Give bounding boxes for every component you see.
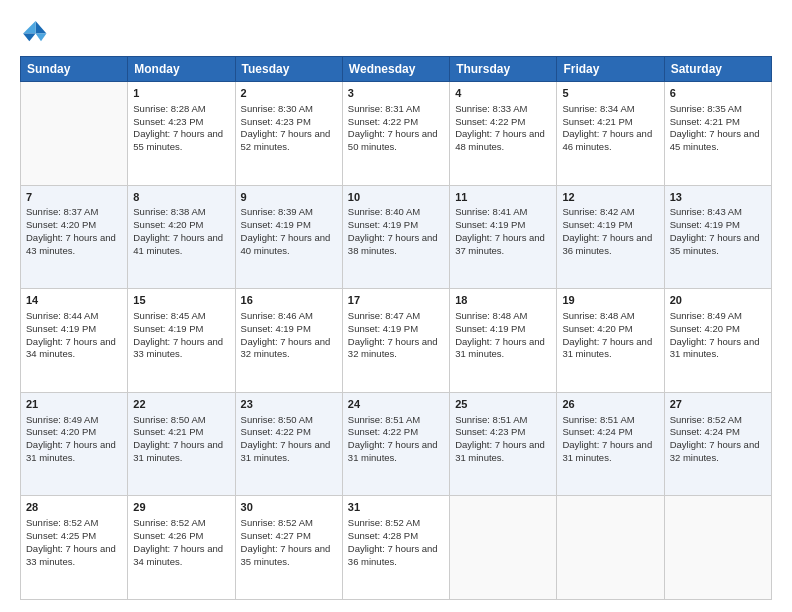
calendar-cell: 24Sunrise: 8:51 AMSunset: 4:22 PMDayligh…: [342, 392, 449, 496]
day-info: Sunrise: 8:42 AMSunset: 4:19 PMDaylight:…: [562, 206, 652, 255]
calendar-cell: 31Sunrise: 8:52 AMSunset: 4:28 PMDayligh…: [342, 496, 449, 600]
calendar-cell: 21Sunrise: 8:49 AMSunset: 4:20 PMDayligh…: [21, 392, 128, 496]
day-info: Sunrise: 8:48 AMSunset: 4:20 PMDaylight:…: [562, 310, 652, 359]
day-info: Sunrise: 8:31 AMSunset: 4:22 PMDaylight:…: [348, 103, 438, 152]
day-info: Sunrise: 8:51 AMSunset: 4:24 PMDaylight:…: [562, 414, 652, 463]
day-number: 10: [348, 190, 444, 205]
day-info: Sunrise: 8:30 AMSunset: 4:23 PMDaylight:…: [241, 103, 331, 152]
day-info: Sunrise: 8:44 AMSunset: 4:19 PMDaylight:…: [26, 310, 116, 359]
day-number: 2: [241, 86, 337, 101]
day-info: Sunrise: 8:50 AMSunset: 4:22 PMDaylight:…: [241, 414, 331, 463]
day-info: Sunrise: 8:34 AMSunset: 4:21 PMDaylight:…: [562, 103, 652, 152]
day-number: 8: [133, 190, 229, 205]
calendar-cell: 19Sunrise: 8:48 AMSunset: 4:20 PMDayligh…: [557, 289, 664, 393]
day-number: 17: [348, 293, 444, 308]
day-number: 29: [133, 500, 229, 515]
day-number: 31: [348, 500, 444, 515]
day-info: Sunrise: 8:46 AMSunset: 4:19 PMDaylight:…: [241, 310, 331, 359]
calendar-cell: 10Sunrise: 8:40 AMSunset: 4:19 PMDayligh…: [342, 185, 449, 289]
calendar-cell: [557, 496, 664, 600]
day-info: Sunrise: 8:52 AMSunset: 4:24 PMDaylight:…: [670, 414, 760, 463]
day-number: 27: [670, 397, 766, 412]
calendar-cell: 12Sunrise: 8:42 AMSunset: 4:19 PMDayligh…: [557, 185, 664, 289]
calendar-cell: 18Sunrise: 8:48 AMSunset: 4:19 PMDayligh…: [450, 289, 557, 393]
day-info: Sunrise: 8:38 AMSunset: 4:20 PMDaylight:…: [133, 206, 223, 255]
day-info: Sunrise: 8:48 AMSunset: 4:19 PMDaylight:…: [455, 310, 545, 359]
weekday-header: Wednesday: [342, 57, 449, 82]
svg-marker-0: [36, 21, 47, 33]
day-number: 15: [133, 293, 229, 308]
calendar-cell: 3Sunrise: 8:31 AMSunset: 4:22 PMDaylight…: [342, 82, 449, 186]
day-number: 26: [562, 397, 658, 412]
logo-icon: [20, 18, 48, 46]
logo: [20, 18, 52, 46]
calendar-cell: 1Sunrise: 8:28 AMSunset: 4:23 PMDaylight…: [128, 82, 235, 186]
day-number: 28: [26, 500, 122, 515]
day-info: Sunrise: 8:33 AMSunset: 4:22 PMDaylight:…: [455, 103, 545, 152]
svg-marker-1: [36, 34, 47, 42]
day-number: 13: [670, 190, 766, 205]
calendar-cell: 23Sunrise: 8:50 AMSunset: 4:22 PMDayligh…: [235, 392, 342, 496]
day-number: 1: [133, 86, 229, 101]
day-info: Sunrise: 8:40 AMSunset: 4:19 PMDaylight:…: [348, 206, 438, 255]
day-number: 22: [133, 397, 229, 412]
day-info: Sunrise: 8:43 AMSunset: 4:19 PMDaylight:…: [670, 206, 760, 255]
day-info: Sunrise: 8:51 AMSunset: 4:23 PMDaylight:…: [455, 414, 545, 463]
svg-marker-2: [23, 21, 35, 33]
day-info: Sunrise: 8:28 AMSunset: 4:23 PMDaylight:…: [133, 103, 223, 152]
day-info: Sunrise: 8:52 AMSunset: 4:28 PMDaylight:…: [348, 517, 438, 566]
calendar-cell: 17Sunrise: 8:47 AMSunset: 4:19 PMDayligh…: [342, 289, 449, 393]
calendar-cell: 5Sunrise: 8:34 AMSunset: 4:21 PMDaylight…: [557, 82, 664, 186]
calendar-cell: 9Sunrise: 8:39 AMSunset: 4:19 PMDaylight…: [235, 185, 342, 289]
calendar-cell: [664, 496, 771, 600]
day-number: 16: [241, 293, 337, 308]
calendar: SundayMondayTuesdayWednesdayThursdayFrid…: [20, 56, 772, 600]
day-number: 7: [26, 190, 122, 205]
day-info: Sunrise: 8:41 AMSunset: 4:19 PMDaylight:…: [455, 206, 545, 255]
day-number: 9: [241, 190, 337, 205]
weekday-header: Saturday: [664, 57, 771, 82]
calendar-cell: 4Sunrise: 8:33 AMSunset: 4:22 PMDaylight…: [450, 82, 557, 186]
header: [20, 18, 772, 46]
calendar-cell: 30Sunrise: 8:52 AMSunset: 4:27 PMDayligh…: [235, 496, 342, 600]
day-number: 12: [562, 190, 658, 205]
calendar-cell: 25Sunrise: 8:51 AMSunset: 4:23 PMDayligh…: [450, 392, 557, 496]
day-number: 4: [455, 86, 551, 101]
day-number: 24: [348, 397, 444, 412]
calendar-cell: [450, 496, 557, 600]
calendar-cell: 2Sunrise: 8:30 AMSunset: 4:23 PMDaylight…: [235, 82, 342, 186]
calendar-cell: 27Sunrise: 8:52 AMSunset: 4:24 PMDayligh…: [664, 392, 771, 496]
day-number: 6: [670, 86, 766, 101]
day-number: 18: [455, 293, 551, 308]
day-info: Sunrise: 8:39 AMSunset: 4:19 PMDaylight:…: [241, 206, 331, 255]
day-number: 11: [455, 190, 551, 205]
calendar-cell: 28Sunrise: 8:52 AMSunset: 4:25 PMDayligh…: [21, 496, 128, 600]
weekday-header: Sunday: [21, 57, 128, 82]
weekday-header: Tuesday: [235, 57, 342, 82]
calendar-cell: 11Sunrise: 8:41 AMSunset: 4:19 PMDayligh…: [450, 185, 557, 289]
day-info: Sunrise: 8:52 AMSunset: 4:26 PMDaylight:…: [133, 517, 223, 566]
calendar-cell: 8Sunrise: 8:38 AMSunset: 4:20 PMDaylight…: [128, 185, 235, 289]
calendar-cell: 26Sunrise: 8:51 AMSunset: 4:24 PMDayligh…: [557, 392, 664, 496]
day-info: Sunrise: 8:49 AMSunset: 4:20 PMDaylight:…: [26, 414, 116, 463]
page: SundayMondayTuesdayWednesdayThursdayFrid…: [0, 0, 792, 612]
day-number: 3: [348, 86, 444, 101]
calendar-cell: 22Sunrise: 8:50 AMSunset: 4:21 PMDayligh…: [128, 392, 235, 496]
calendar-cell: [21, 82, 128, 186]
calendar-cell: 29Sunrise: 8:52 AMSunset: 4:26 PMDayligh…: [128, 496, 235, 600]
day-info: Sunrise: 8:45 AMSunset: 4:19 PMDaylight:…: [133, 310, 223, 359]
calendar-cell: 14Sunrise: 8:44 AMSunset: 4:19 PMDayligh…: [21, 289, 128, 393]
day-info: Sunrise: 8:37 AMSunset: 4:20 PMDaylight:…: [26, 206, 116, 255]
day-number: 25: [455, 397, 551, 412]
calendar-cell: 6Sunrise: 8:35 AMSunset: 4:21 PMDaylight…: [664, 82, 771, 186]
day-info: Sunrise: 8:47 AMSunset: 4:19 PMDaylight:…: [348, 310, 438, 359]
day-number: 14: [26, 293, 122, 308]
weekday-header: Monday: [128, 57, 235, 82]
day-number: 20: [670, 293, 766, 308]
calendar-cell: 20Sunrise: 8:49 AMSunset: 4:20 PMDayligh…: [664, 289, 771, 393]
day-number: 21: [26, 397, 122, 412]
day-info: Sunrise: 8:49 AMSunset: 4:20 PMDaylight:…: [670, 310, 760, 359]
day-info: Sunrise: 8:51 AMSunset: 4:22 PMDaylight:…: [348, 414, 438, 463]
day-info: Sunrise: 8:52 AMSunset: 4:25 PMDaylight:…: [26, 517, 116, 566]
day-number: 19: [562, 293, 658, 308]
